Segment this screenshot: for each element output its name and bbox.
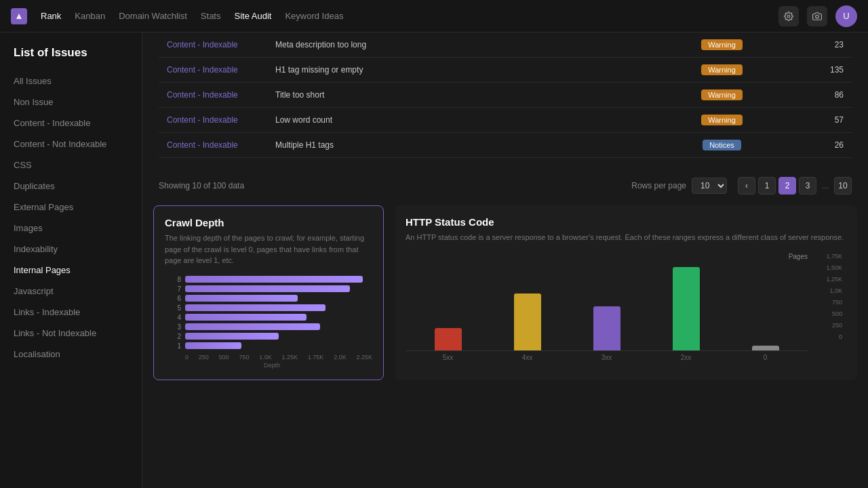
h-bar-row: 7 bbox=[172, 285, 372, 293]
page-3-button[interactable]: 3 bbox=[799, 177, 816, 195]
avatar[interactable]: U bbox=[835, 5, 857, 27]
page-1-button[interactable]: 1 bbox=[758, 177, 776, 195]
row-count: 57 bbox=[818, 108, 852, 133]
h-bar-fill bbox=[185, 314, 307, 321]
row-severity: Notices bbox=[626, 133, 818, 158]
v-y-label: 250 bbox=[832, 322, 842, 329]
nav-rank[interactable]: Rank bbox=[41, 11, 61, 21]
http-status-title: HTTP Status Code bbox=[406, 216, 846, 228]
sidebar-item-localisation[interactable]: Localisation bbox=[0, 344, 142, 365]
h-bar-row: 2 bbox=[172, 333, 372, 340]
page-10-button[interactable]: 10 bbox=[834, 177, 852, 195]
row-category: Content - Indexable bbox=[159, 108, 267, 133]
sidebar-item-content-indexable[interactable]: Content - Indexable bbox=[0, 113, 142, 134]
v-y-label: 750 bbox=[832, 299, 842, 306]
h-bar-fill bbox=[185, 285, 350, 292]
nav-keyword-ideas[interactable]: Keyword Ideas bbox=[285, 11, 343, 21]
row-count: 86 bbox=[818, 83, 852, 108]
v-bar-label: 2xx bbox=[681, 354, 692, 361]
row-issue: Meta description too long bbox=[267, 33, 626, 58]
v-bar-col: 0 bbox=[728, 263, 802, 350]
v-y-label: 1,75K bbox=[826, 253, 842, 260]
page-prev-button[interactable]: ‹ bbox=[738, 177, 755, 195]
crawl-depth-desc: The linking depth of the pages to crawl;… bbox=[165, 232, 372, 266]
svg-marker-0 bbox=[16, 14, 22, 19]
nav-right: U bbox=[778, 5, 857, 27]
table-row: Content - Indexable Title too short Warn… bbox=[159, 83, 852, 108]
svg-point-1 bbox=[787, 15, 790, 18]
h-bar-depth-label: 5 bbox=[172, 304, 181, 312]
v-bar bbox=[514, 293, 541, 350]
nav-stats[interactable]: Stats bbox=[201, 11, 221, 21]
nav-kanban[interactable]: Kanban bbox=[75, 11, 105, 21]
settings-button[interactable] bbox=[778, 6, 799, 26]
h-bar-fill bbox=[185, 304, 326, 311]
pages-label: Pages bbox=[789, 253, 808, 260]
h-bar-row: 8 bbox=[172, 276, 372, 283]
sidebar-item-css[interactable]: CSS bbox=[0, 155, 142, 176]
h-bar-track bbox=[185, 276, 372, 283]
charts-area: Crawl Depth The linking depth of the pag… bbox=[142, 205, 868, 391]
table-row: Content - Indexable Multiple H1 tags Not… bbox=[159, 133, 852, 158]
v-bar bbox=[673, 267, 700, 350]
sidebar-item-content-not-indexable[interactable]: Content - Not Indexable bbox=[0, 134, 142, 155]
page-2-button[interactable]: 2 bbox=[778, 177, 796, 195]
pagination-row: Showing 10 of 100 data Rows per page 10 … bbox=[142, 169, 868, 205]
row-issue: Low word count bbox=[267, 108, 626, 133]
http-chart-container: Pages 5xx 4xx 3xx 2xx 0 1,75K1,50K1,25K1… bbox=[406, 253, 846, 351]
h-bar-fill bbox=[185, 342, 241, 349]
main-layout: List of Issues All Issues Non Issue Cont… bbox=[0, 33, 868, 488]
row-severity: Warning bbox=[626, 83, 818, 108]
nav-items: Rank Kanban Domain Watchlist Stats Site … bbox=[41, 11, 343, 21]
page-dots: ... bbox=[819, 181, 831, 190]
http-bars-container: Pages 5xx 4xx 3xx 2xx 0 bbox=[406, 253, 808, 351]
h-bar-row: 5 bbox=[172, 304, 372, 312]
h-bar-fill bbox=[185, 323, 320, 330]
v-bar-label: 0 bbox=[764, 354, 768, 361]
h-bar-track bbox=[185, 295, 372, 302]
row-count: 135 bbox=[818, 58, 852, 83]
h-bar-depth-label: 7 bbox=[172, 285, 181, 293]
h-bar-fill bbox=[185, 295, 298, 302]
sidebar-item-external-pages[interactable]: External Pages bbox=[0, 197, 142, 218]
h-bar-depth-label: 6 bbox=[172, 295, 181, 302]
depth-axis-label: Depth bbox=[172, 362, 372, 369]
sidebar-item-links-not-indexable[interactable]: Links - Not Indexable bbox=[0, 323, 142, 344]
sidebar-item-internal-pages[interactable]: Internal Pages bbox=[0, 260, 142, 281]
h-bar-track bbox=[185, 285, 372, 292]
http-chart-header: Pages bbox=[406, 253, 808, 260]
sidebar-item-javascript[interactable]: Javascript bbox=[0, 281, 142, 302]
row-issue: Title too short bbox=[267, 83, 626, 108]
row-issue: H1 tag missing or empty bbox=[267, 58, 626, 83]
sidebar-item-all-issues[interactable]: All Issues bbox=[0, 70, 142, 92]
http-status-card: HTTP Status Code An HTTP status code is … bbox=[395, 205, 857, 380]
issues-table-area: Content - Indexable Meta description too… bbox=[142, 33, 868, 169]
rows-per-page: Rows per page 10 25 50 bbox=[631, 178, 727, 194]
sidebar-item-duplicates[interactable]: Duplicates bbox=[0, 176, 142, 197]
sidebar-item-indexability[interactable]: Indexability bbox=[0, 239, 142, 260]
table-row: Content - Indexable Low word count Warni… bbox=[159, 108, 852, 133]
nav-domain-watchlist[interactable]: Domain Watchlist bbox=[119, 11, 187, 21]
v-y-label: 1,0K bbox=[829, 287, 842, 294]
camera-button[interactable] bbox=[807, 6, 827, 26]
sidebar-title: List of Issues bbox=[0, 46, 142, 70]
issues-table: Content - Indexable Meta description too… bbox=[159, 33, 852, 158]
h-bar-depth-label: 8 bbox=[172, 276, 181, 283]
h-bar-track bbox=[185, 304, 372, 311]
rows-per-page-select[interactable]: 10 25 50 bbox=[692, 178, 727, 194]
h-bar-row: 6 bbox=[172, 295, 372, 302]
v-bar-label: 4xx bbox=[522, 354, 533, 361]
v-bar-col: 5xx bbox=[411, 263, 485, 350]
sidebar-item-links-indexable[interactable]: Links - Indexable bbox=[0, 302, 142, 323]
row-issue: Multiple H1 tags bbox=[267, 133, 626, 158]
table-row: Content - Indexable Meta description too… bbox=[159, 33, 852, 58]
h-bar-depth-label: 3 bbox=[172, 323, 181, 331]
nav-site-audit[interactable]: Site Audit bbox=[234, 11, 271, 21]
sidebar-item-non-issue[interactable]: Non Issue bbox=[0, 92, 142, 113]
rows-per-page-label: Rows per page bbox=[631, 181, 686, 190]
h-bar-row: 4 bbox=[172, 314, 372, 321]
h-bar-track bbox=[185, 314, 372, 321]
crawl-depth-title: Crawl Depth bbox=[165, 217, 372, 228]
v-bar bbox=[435, 328, 462, 350]
sidebar-item-images[interactable]: Images bbox=[0, 218, 142, 239]
